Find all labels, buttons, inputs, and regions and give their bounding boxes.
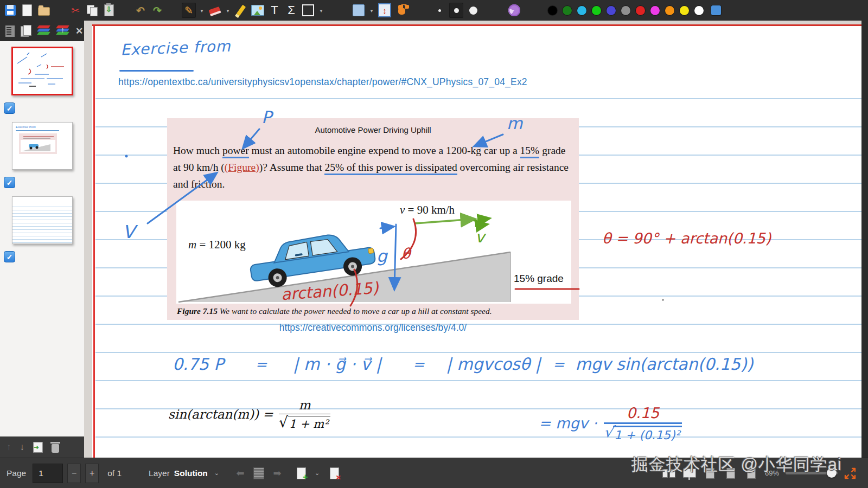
- color-swatch[interactable]: [548, 6, 557, 15]
- solution-token: =: [553, 356, 565, 373]
- stroke-medium-icon[interactable]: [449, 3, 463, 18]
- figure-link[interactable]: (Figure): [225, 162, 259, 173]
- shape-tool-icon[interactable]: [301, 3, 315, 18]
- duplicate-layer-icon[interactable]: [33, 442, 43, 453]
- cut-icon[interactable]: ✂: [68, 3, 82, 18]
- undo-icon[interactable]: ↶: [133, 3, 148, 18]
- page-preview-tab-icon[interactable]: [21, 24, 31, 37]
- layer-visibility-checkbox[interactable]: ✓: [4, 251, 15, 262]
- move-layer-down-icon[interactable]: ↓: [20, 442, 25, 453]
- math-tex-icon[interactable]: Σ: [284, 3, 298, 18]
- annotation-g-label: g: [376, 246, 387, 266]
- layer-chevron-icon[interactable]: ⌄: [214, 470, 219, 477]
- layer-label: Layer: [149, 468, 170, 478]
- exercise-text-segment: 15%: [520, 145, 540, 158]
- add-page-icon[interactable]: [294, 466, 308, 481]
- annotation-theta-equation: θ = 90° + arctan(0.15): [602, 230, 771, 247]
- layer-thumbnail-list: ✓ Exercise from ✓ ✓: [0, 41, 84, 262]
- speed-label: v = 90 km/h: [400, 203, 455, 216]
- mass-label: m = 1200 kg: [188, 238, 246, 251]
- exercise-text-segment: must an automobile engine expend to move…: [249, 145, 520, 156]
- layer-thumbnail-exercise[interactable]: Exercise from: [12, 122, 73, 170]
- pen-tool-icon[interactable]: ✎: [182, 3, 196, 18]
- eraser-tool-icon[interactable]: [208, 3, 222, 18]
- page-number-input[interactable]: 1: [33, 464, 63, 483]
- highlighter-tool-icon[interactable]: [234, 3, 248, 18]
- annotation-v-label: V: [123, 221, 135, 242]
- stroke-fine-icon[interactable]: [432, 3, 446, 18]
- annotation-p-label: P: [261, 107, 272, 127]
- sidebar: ↑ ✕: [0, 21, 85, 458]
- hand-tool-icon[interactable]: [394, 3, 409, 18]
- eraser-dropdown-icon[interactable]: ▾: [225, 8, 231, 14]
- delete-page-icon[interactable]: [327, 466, 341, 481]
- color-wheel-icon[interactable]: [507, 3, 521, 18]
- color-swatch[interactable]: [680, 6, 689, 15]
- fullscreen-icon[interactable]: [844, 467, 856, 479]
- color-swatch[interactable]: [636, 6, 645, 15]
- canvas-right-edge: [861, 21, 868, 458]
- color-swatch[interactable]: [592, 6, 601, 15]
- notebook-page[interactable]: Exercise from https://opentextbc.ca/univ…: [92, 24, 861, 458]
- contents-tab-icon[interactable]: [5, 24, 15, 37]
- add-page-dropdown-icon[interactable]: ⌄: [315, 470, 320, 477]
- sidebar-close-icon[interactable]: ✕: [75, 24, 83, 37]
- page-plus-button[interactable]: +: [85, 464, 99, 483]
- annotation-theta-label: θ: [401, 245, 411, 262]
- xournalpp-window: ✂ ↶ ↷ ✎ ▾ ▾ T Σ ▾ ▾ ↕: [0, 0, 868, 488]
- layerstack-preview-tab-icon[interactable]: ↑: [56, 24, 69, 37]
- exercise-text-segment: How much: [173, 145, 222, 156]
- solution-token: =: [255, 356, 267, 373]
- shape-dropdown-icon[interactable]: ▾: [318, 8, 324, 14]
- color-picker-icon[interactable]: [709, 3, 723, 18]
- color-swatch[interactable]: [650, 6, 660, 15]
- solution-token: | mgvcosθ |: [446, 355, 541, 374]
- source-url[interactable]: https://opentextbc.ca/universityphysicsv…: [118, 76, 527, 88]
- layer-thumbnail-background[interactable]: [12, 196, 73, 244]
- layer-preview-tab-icon[interactable]: [37, 24, 50, 37]
- layer-visibility-checkbox[interactable]: ✓: [4, 102, 15, 114]
- exercise-body: How much power must an automobile engine…: [173, 142, 572, 192]
- color-swatch[interactable]: [694, 6, 704, 15]
- vertical-space-icon[interactable]: ↕: [378, 3, 392, 18]
- page-minus-button[interactable]: −: [67, 464, 81, 483]
- watermark-text: 掘金技术社区 @小华同学ai: [631, 453, 842, 476]
- page-count-label: of 1: [107, 468, 122, 478]
- main-toolbar: ✂ ↶ ↷ ✎ ▾ ▾ T Σ ▾ ▾ ↕: [0, 0, 868, 21]
- document-canvas[interactable]: Exercise from https://opentextbc.ca/univ…: [84, 21, 868, 458]
- delete-layer-icon[interactable]: [52, 442, 59, 453]
- latex-formula: sin(arctan(m)) = m √1 + m²: [168, 398, 330, 431]
- insert-image-icon[interactable]: [251, 3, 265, 18]
- color-swatch[interactable]: [621, 6, 630, 15]
- copy-icon[interactable]: [85, 3, 99, 18]
- move-layer-up-icon[interactable]: ↑: [7, 442, 11, 453]
- next-layer-icon[interactable]: ➡: [270, 466, 284, 481]
- stroke-thick-icon[interactable]: [466, 3, 480, 18]
- layer-visibility-checkbox[interactable]: ✓: [4, 177, 15, 188]
- paste-icon[interactable]: [102, 3, 116, 18]
- save-icon[interactable]: [3, 3, 17, 18]
- redo-icon[interactable]: ↷: [150, 3, 164, 18]
- exercise-text-segment: )? Assume that: [259, 162, 325, 173]
- select-dropdown-icon[interactable]: ▾: [368, 8, 375, 14]
- color-swatch[interactable]: [665, 6, 674, 15]
- handwritten-fraction: = mgv · 0.15 √1 + (0.15)²: [539, 404, 682, 442]
- page-heading: Exercise from: [120, 37, 231, 59]
- previous-layer-icon[interactable]: ⬅: [233, 466, 247, 481]
- new-document-icon[interactable]: [20, 3, 34, 18]
- color-swatch[interactable]: [607, 6, 616, 15]
- cc-license-url[interactable]: https://creativecommons.org/licenses/by/…: [167, 322, 579, 333]
- color-swatch[interactable]: [577, 6, 586, 15]
- solution-equation-row: 0.75 P=| m · g⃗ · v⃗ |=| mgvcosθ |=mgv s…: [173, 355, 753, 374]
- layer-select[interactable]: Solution: [174, 468, 208, 478]
- open-file-icon[interactable]: [37, 3, 51, 18]
- layer-thumbnail-solution[interactable]: [11, 47, 73, 95]
- svg-text:Exercise from: Exercise from: [16, 125, 36, 129]
- text-tool-icon[interactable]: T: [267, 3, 282, 18]
- exercise-text-segment: power: [222, 145, 249, 158]
- layer-grid-icon[interactable]: [252, 466, 266, 481]
- sidebar-bottom-toolbar: ↑ ↓: [0, 436, 84, 458]
- select-rectangle-icon[interactable]: [352, 3, 366, 18]
- pen-dropdown-icon[interactable]: ▾: [199, 8, 205, 14]
- color-swatch[interactable]: [563, 6, 572, 15]
